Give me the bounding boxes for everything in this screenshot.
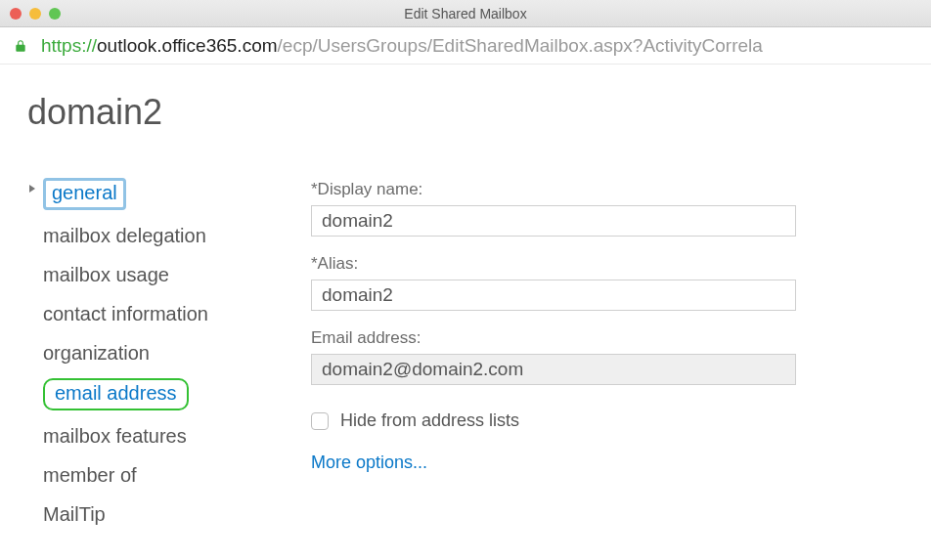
address-bar[interactable]: https://outlook.office365.com/ecp/UsersG…: [0, 27, 931, 65]
sidebar-item-label: member of: [43, 464, 137, 486]
hide-checkbox[interactable]: [311, 412, 329, 430]
form-area: *Display name: *Alias: Email address: Hi…: [311, 92, 908, 534]
sidebar-item-organization[interactable]: organization: [25, 333, 311, 372]
content-area: domain2 general mailbox delegation mailb…: [0, 65, 931, 534]
sidebar-item-label: general: [43, 178, 126, 210]
url-host: outlook.office365.com: [97, 35, 278, 57]
alias-input[interactable]: [311, 280, 796, 311]
page-title: domain2: [18, 92, 311, 133]
display-name-label: *Display name:: [311, 180, 908, 199]
window-titlebar: Edit Shared Mailbox: [0, 0, 931, 27]
sidebar-item-mailbox-usage[interactable]: mailbox usage: [25, 255, 311, 294]
sidebar-item-general[interactable]: general: [25, 172, 311, 216]
sidebar-menu: general mailbox delegation mailbox usage…: [18, 172, 311, 534]
minimize-window-button[interactable]: [29, 8, 41, 20]
url-path: /ecp/UsersGroups/EditSharedMailbox.aspx?…: [278, 35, 763, 57]
window-title: Edit Shared Mailbox: [0, 6, 931, 22]
sidebar-item-label: mailbox features: [43, 425, 187, 447]
hide-from-lists-row[interactable]: Hide from address lists: [311, 410, 908, 431]
sidebar-item-mailbox-delegation[interactable]: mailbox delegation: [25, 216, 311, 255]
sidebar-item-label: email address: [43, 378, 189, 410]
sidebar-item-contact-information[interactable]: contact information: [25, 294, 311, 333]
left-column: domain2 general mailbox delegation mailb…: [18, 92, 311, 534]
lock-icon: [14, 38, 27, 54]
traffic-lights: [10, 8, 61, 20]
sidebar-item-mailtip[interactable]: MailTip: [25, 495, 311, 534]
close-window-button[interactable]: [10, 8, 22, 20]
sidebar-item-label: mailbox delegation: [43, 225, 206, 246]
hide-checkbox-label: Hide from address lists: [340, 410, 519, 431]
alias-label: *Alias:: [311, 254, 908, 274]
more-options-link[interactable]: More options...: [311, 452, 908, 473]
sidebar-item-email-address[interactable]: email address: [25, 372, 311, 416]
sidebar-item-mailbox-features[interactable]: mailbox features: [25, 416, 311, 455]
sidebar-item-label: MailTip: [43, 503, 106, 525]
email-address-label: Email address:: [311, 328, 908, 348]
email-address-input: [311, 354, 796, 385]
url-protocol: https://: [41, 35, 97, 57]
display-name-input[interactable]: [311, 205, 796, 237]
sidebar-item-label: organization: [43, 342, 150, 364]
sidebar-item-member-of[interactable]: member of: [25, 455, 311, 495]
sidebar-item-label: contact information: [43, 303, 208, 324]
maximize-window-button[interactable]: [49, 8, 61, 20]
sidebar-item-label: mailbox usage: [43, 264, 169, 285]
caret-icon: [29, 185, 35, 193]
